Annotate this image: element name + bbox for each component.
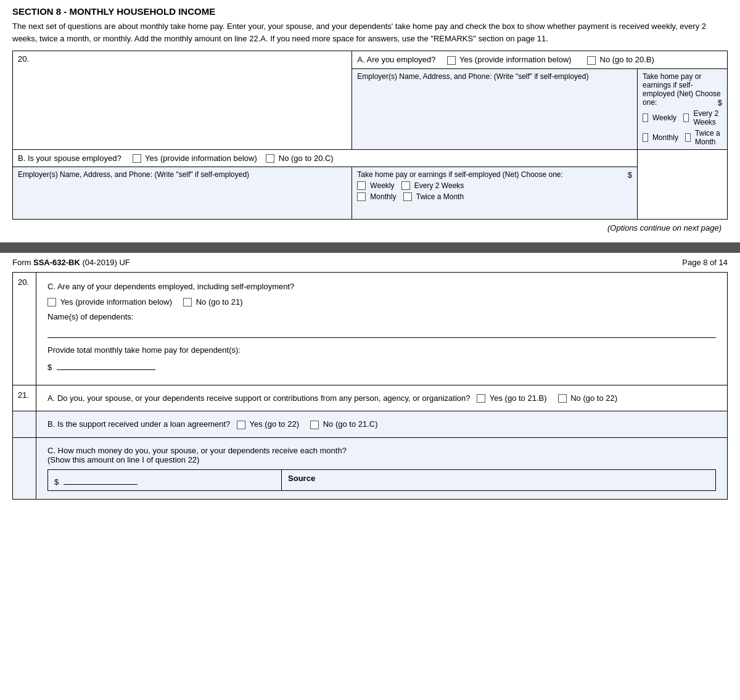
employer-cell-a: Employer(s) Name, Address, and Phone: (W…: [352, 68, 638, 149]
form-label: Form: [12, 258, 31, 267]
monthly-label-a: Monthly: [652, 133, 678, 142]
names-dependents-input[interactable]: [47, 326, 716, 338]
source-cell: Source: [282, 469, 716, 490]
q20b-no-checkbox[interactable]: [266, 154, 274, 163]
q21b-no-label: No (go to 21.C): [323, 419, 378, 429]
dollar-sign-1: $: [47, 363, 52, 372]
every2weeks-label-a: Every 2 Weeks: [693, 109, 722, 126]
take-home-label-a: Take home pay or earnings if self-employ…: [643, 72, 721, 107]
q20a-yes-label: Yes (provide information below): [459, 55, 572, 64]
twice-checkbox-b[interactable]: [403, 192, 412, 201]
q21-number: 21.: [13, 385, 36, 411]
employer-label-a: Employer(s) Name, Address, and Phone: (W…: [357, 72, 632, 81]
q21b-yes-label: Yes (go to 22): [250, 419, 299, 429]
q21b-cell: B. Is the support received under a loan …: [36, 411, 728, 438]
dependents-pay-input[interactable]: [57, 359, 155, 370]
take-home-cell-a: Take home pay or earnings if self-employ…: [638, 68, 728, 149]
q21b-empty-cell: [13, 411, 36, 438]
q20b-yes-label: Yes (provide information below): [145, 154, 257, 163]
section-intro: The next set of questions are about mont…: [12, 20, 728, 44]
q21a-no-label: No (go to 22): [570, 393, 617, 403]
q20c-label: C. Are any of your dependents employed, …: [47, 281, 716, 293]
weekly-label-a: Weekly: [652, 113, 676, 122]
weekly-label-b: Weekly: [370, 181, 394, 190]
q21c-sub: (Show this amount on line I of question …: [47, 455, 199, 464]
every2weeks-checkbox-b[interactable]: [401, 181, 410, 190]
q21b-yes-checkbox[interactable]: [237, 421, 245, 429]
weekly-checkbox-b[interactable]: [357, 181, 366, 190]
q20a-yes-checkbox[interactable]: [447, 56, 456, 65]
q20-number: 20.: [13, 51, 352, 150]
q21c-amount-input[interactable]: [64, 474, 138, 485]
twice-label-b: Twice a Month: [416, 192, 464, 201]
options-continue: (Options continue on next page): [12, 220, 728, 236]
form-footer: Form SSA-632-BK (04-2019) UF Page 8 of 1…: [0, 253, 740, 272]
q20c-no-checkbox[interactable]: [183, 298, 192, 307]
weekly-checkbox-a[interactable]: [643, 113, 648, 122]
page-num: Page 8 of 14: [682, 258, 728, 267]
q20c-yes-label: Yes (provide information below): [60, 297, 172, 307]
names-dependents-label: Name(s) of dependents:: [47, 312, 133, 321]
q21c-empty-cell: [13, 437, 36, 499]
q21a-yes-checkbox[interactable]: [477, 394, 485, 403]
q21c-cell: C. How much money do you, your spouse, o…: [36, 437, 728, 499]
q20a-no-checkbox[interactable]: [587, 56, 596, 65]
q20a-label: A. Are you employed?: [357, 55, 435, 64]
q20a-no-label: No (go to 20.B): [600, 55, 654, 64]
q21a-cell: A. Do you, your spouse, or your dependen…: [36, 385, 728, 411]
q21c-label: C. How much money do you, your spouse, o…: [47, 446, 347, 455]
q20b-label: B. Is your spouse employed?: [18, 154, 121, 163]
twice-label-a: Twice a Month: [695, 129, 722, 146]
employer-cell-b: Employer(s) Name, Address, and Phone: (W…: [13, 167, 352, 220]
form-id-bold: SSA-632-BK: [33, 258, 80, 267]
q20c-cell: C. Are any of your dependents employed, …: [36, 273, 728, 385]
q21a-yes-label: Yes (go to 21.B): [490, 393, 547, 403]
form-id-area: Form SSA-632-BK (04-2019) UF: [12, 258, 130, 267]
q20c-yes-checkbox[interactable]: [47, 298, 56, 307]
every2weeks-label-b: Every 2 Weeks: [414, 181, 464, 190]
monthly-label-b: Monthly: [370, 192, 396, 201]
q21b-label: B. Is the support received under a loan …: [47, 419, 230, 429]
q21a-text: A. Do you, your spouse, or your dependen…: [47, 393, 471, 403]
form-date: (04-2019) UF: [82, 258, 130, 267]
q21b-no-checkbox[interactable]: [310, 421, 319, 429]
monthly-checkbox-a[interactable]: [643, 133, 648, 142]
every2weeks-checkbox-a[interactable]: [683, 113, 689, 122]
source-label: Source: [288, 474, 315, 483]
q20b-no-label: No (go to 20.C): [279, 154, 334, 163]
dollar-sign-a: $: [718, 98, 722, 107]
provide-total-label: Provide total monthly take home pay for …: [47, 344, 716, 356]
dollar-sign-b: $: [628, 170, 632, 179]
q21a-no-checkbox[interactable]: [558, 394, 567, 403]
twice-checkbox-a[interactable]: [685, 133, 691, 142]
q20b-yes-checkbox[interactable]: [133, 154, 141, 163]
take-home-label-b: Take home pay or earnings if self-employ…: [357, 170, 563, 179]
take-home-cell-b: Take home pay or earnings if self-employ…: [352, 167, 638, 220]
dollar-sign-2-cell: $: [48, 469, 282, 490]
monthly-checkbox-b[interactable]: [357, 192, 366, 201]
q20-number-p2: 20.: [13, 273, 36, 385]
q20c-no-label: No (go to 21): [196, 297, 243, 307]
employer-label-b: Employer(s) Name, Address, and Phone: (W…: [18, 170, 347, 179]
dollar-sign-2: $: [54, 477, 59, 487]
divider-bar: [0, 244, 740, 253]
section-header: SECTION 8 - MONTHLY HOUSEHOLD INCOME: [12, 6, 728, 17]
